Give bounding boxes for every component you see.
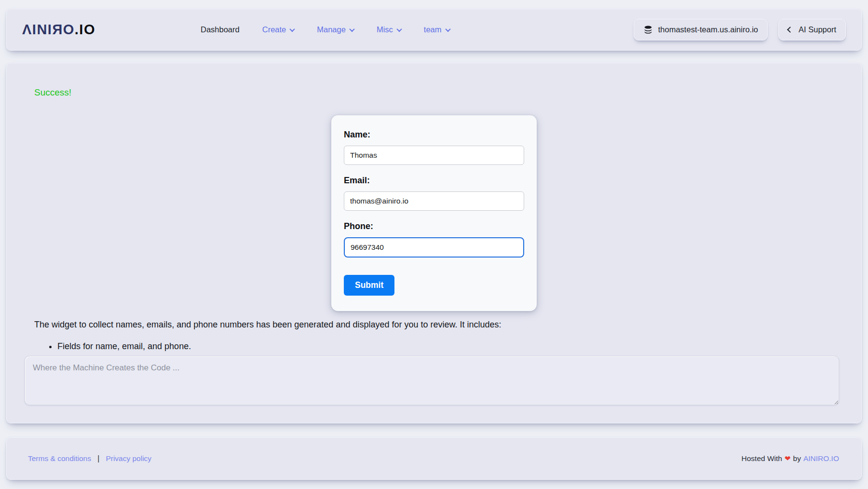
logo-text-primary: ΛINIЯO (22, 21, 75, 37)
nav-item-label: Misc (377, 25, 393, 34)
nav-item-label: Create (262, 25, 286, 34)
widget-description: The widget to collect names, emails, and… (34, 320, 834, 330)
email-field-label: Email: (344, 176, 524, 186)
nav-item-manage[interactable]: Manage (317, 25, 354, 34)
main-menu: Dashboard Create Manage Misc team (201, 25, 450, 34)
chevron-down-icon (396, 26, 402, 31)
ai-support-button[interactable]: AI Support (778, 19, 846, 41)
nav-item-misc[interactable]: Misc (377, 25, 401, 34)
submit-button[interactable]: Submit (344, 275, 394, 296)
widget-feature-item: Fields for name, email, and phone. (57, 340, 861, 352)
generated-widget-card: Name: Email: Phone: Submit (331, 115, 537, 311)
phone-input[interactable] (344, 237, 524, 258)
nav-item-dashboard[interactable]: Dashboard (201, 25, 240, 34)
nav-right-cluster: thomastest-team.us.ainiro.io AI Support (634, 19, 846, 41)
cluster-selector-button[interactable]: thomastest-team.us.ainiro.io (634, 19, 768, 41)
name-field-label: Name: (344, 130, 524, 140)
chevron-down-icon (445, 26, 450, 31)
terms-link[interactable]: Terms & conditions (28, 454, 91, 463)
ainiro-footer-link[interactable]: AINIRO.IO (803, 454, 839, 463)
page: ΛINIЯO.IO Dashboard Create Manage Misc t… (0, 0, 868, 480)
chevron-left-icon (787, 27, 793, 33)
footer-divider: | (97, 454, 99, 463)
phone-field-label: Phone: (344, 221, 524, 231)
hosted-by-text: Hosted With ❤ by AINIRO.IO (742, 454, 839, 463)
hosted-middle: by (793, 454, 801, 463)
nav-item-team[interactable]: team (424, 25, 450, 34)
chevron-down-icon (349, 26, 354, 31)
email-input[interactable] (344, 191, 524, 211)
top-nav: ΛINIЯO.IO Dashboard Create Manage Misc t… (6, 9, 862, 51)
cluster-domain-label: thomastest-team.us.ainiro.io (658, 25, 758, 34)
footer-panel: Terms & conditions | Privacy policy Host… (6, 437, 862, 480)
name-input[interactable] (344, 146, 524, 165)
nav-item-create[interactable]: Create (262, 25, 295, 34)
heart-icon: ❤ (785, 454, 791, 463)
privacy-link[interactable]: Privacy policy (106, 454, 151, 463)
logo-text-suffix: .IO (75, 21, 95, 37)
machine-prompt-textarea[interactable] (25, 356, 839, 405)
footer-links: Terms & conditions | Privacy policy (28, 454, 151, 463)
ainiro-logo[interactable]: ΛINIЯO.IO (22, 21, 95, 38)
nav-item-label: team (424, 25, 442, 34)
hosted-prefix: Hosted With (742, 454, 782, 463)
ai-support-label: AI Support (799, 25, 836, 34)
success-message: Success! (34, 87, 861, 98)
database-icon (643, 25, 653, 35)
nav-item-label: Dashboard (201, 25, 240, 34)
chevron-down-icon (290, 26, 295, 31)
widget-feature-list: Fields for name, email, and phone. (36, 340, 861, 352)
nav-item-label: Manage (317, 25, 346, 34)
main-panel: Success! Name: Email: Phone: Submit The … (6, 63, 862, 423)
